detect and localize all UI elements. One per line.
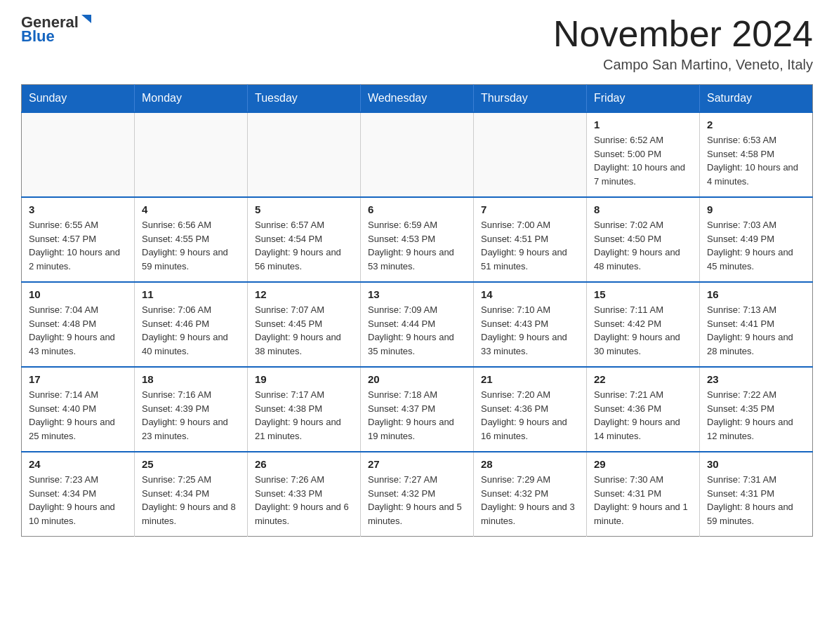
day-info: Sunrise: 6:59 AM Sunset: 4:53 PM Dayligh… bbox=[368, 218, 466, 273]
calendar-day-cell bbox=[361, 112, 474, 197]
day-of-week-header: Monday bbox=[135, 85, 248, 113]
day-info: Sunrise: 7:00 AM Sunset: 4:51 PM Dayligh… bbox=[481, 218, 579, 273]
day-number: 18 bbox=[142, 373, 240, 385]
day-of-week-header: Sunday bbox=[22, 85, 135, 113]
day-number: 28 bbox=[481, 458, 579, 470]
day-info: Sunrise: 7:02 AM Sunset: 4:50 PM Dayligh… bbox=[594, 218, 692, 273]
calendar-day-cell: 14Sunrise: 7:10 AM Sunset: 4:43 PM Dayli… bbox=[474, 282, 587, 367]
day-number: 8 bbox=[594, 203, 692, 215]
day-info: Sunrise: 7:03 AM Sunset: 4:49 PM Dayligh… bbox=[707, 218, 805, 273]
calendar-week-row: 3Sunrise: 6:55 AM Sunset: 4:57 PM Daylig… bbox=[22, 197, 813, 282]
day-of-week-header: Wednesday bbox=[361, 85, 474, 113]
calendar-week-row: 17Sunrise: 7:14 AM Sunset: 4:40 PM Dayli… bbox=[22, 367, 813, 452]
day-number: 11 bbox=[142, 288, 240, 300]
day-info: Sunrise: 7:23 AM Sunset: 4:34 PM Dayligh… bbox=[29, 473, 127, 528]
day-number: 1 bbox=[594, 119, 692, 130]
day-info: Sunrise: 7:18 AM Sunset: 4:37 PM Dayligh… bbox=[368, 388, 466, 443]
day-number: 2 bbox=[707, 119, 805, 130]
calendar-header-row: SundayMondayTuesdayWednesdayThursdayFrid… bbox=[22, 85, 813, 113]
day-info: Sunrise: 7:26 AM Sunset: 4:33 PM Dayligh… bbox=[255, 473, 353, 528]
day-info: Sunrise: 7:25 AM Sunset: 4:34 PM Dayligh… bbox=[142, 473, 240, 528]
calendar-day-cell: 7Sunrise: 7:00 AM Sunset: 4:51 PM Daylig… bbox=[474, 197, 587, 282]
calendar-day-cell: 17Sunrise: 7:14 AM Sunset: 4:40 PM Dayli… bbox=[22, 367, 135, 452]
page-header: General Blue November 2024 Campo San Mar… bbox=[21, 14, 813, 73]
day-info: Sunrise: 6:53 AM Sunset: 4:58 PM Dayligh… bbox=[707, 133, 805, 188]
calendar-day-cell bbox=[22, 112, 135, 197]
day-number: 6 bbox=[368, 203, 466, 215]
logo-blue: Blue bbox=[21, 27, 55, 45]
calendar-day-cell: 18Sunrise: 7:16 AM Sunset: 4:39 PM Dayli… bbox=[135, 367, 248, 452]
calendar-day-cell: 9Sunrise: 7:03 AM Sunset: 4:49 PM Daylig… bbox=[700, 197, 813, 282]
day-info: Sunrise: 7:09 AM Sunset: 4:44 PM Dayligh… bbox=[368, 303, 466, 358]
day-number: 5 bbox=[255, 203, 353, 215]
calendar-week-row: 10Sunrise: 7:04 AM Sunset: 4:48 PM Dayli… bbox=[22, 282, 813, 367]
day-of-week-header: Saturday bbox=[700, 85, 813, 113]
calendar-day-cell: 5Sunrise: 6:57 AM Sunset: 4:54 PM Daylig… bbox=[248, 197, 361, 282]
svg-marker-0 bbox=[81, 15, 91, 23]
calendar-day-cell: 29Sunrise: 7:30 AM Sunset: 4:31 PM Dayli… bbox=[587, 452, 700, 537]
day-of-week-header: Tuesday bbox=[248, 85, 361, 113]
calendar-day-cell: 30Sunrise: 7:31 AM Sunset: 4:31 PM Dayli… bbox=[700, 452, 813, 537]
logo-triangle-icon bbox=[79, 13, 91, 26]
day-info: Sunrise: 7:30 AM Sunset: 4:31 PM Dayligh… bbox=[594, 473, 692, 528]
calendar-day-cell: 28Sunrise: 7:29 AM Sunset: 4:32 PM Dayli… bbox=[474, 452, 587, 537]
day-number: 26 bbox=[255, 458, 353, 470]
location: Campo San Martino, Veneto, Italy bbox=[553, 57, 813, 73]
day-number: 7 bbox=[481, 203, 579, 215]
day-number: 22 bbox=[594, 373, 692, 385]
calendar-day-cell: 16Sunrise: 7:13 AM Sunset: 4:41 PM Dayli… bbox=[700, 282, 813, 367]
day-number: 19 bbox=[255, 373, 353, 385]
day-info: Sunrise: 7:29 AM Sunset: 4:32 PM Dayligh… bbox=[481, 473, 579, 528]
calendar-day-cell: 21Sunrise: 7:20 AM Sunset: 4:36 PM Dayli… bbox=[474, 367, 587, 452]
day-info: Sunrise: 6:55 AM Sunset: 4:57 PM Dayligh… bbox=[29, 218, 127, 273]
day-info: Sunrise: 7:27 AM Sunset: 4:32 PM Dayligh… bbox=[368, 473, 466, 528]
day-info: Sunrise: 7:13 AM Sunset: 4:41 PM Dayligh… bbox=[707, 303, 805, 358]
title-block: November 2024 Campo San Martino, Veneto,… bbox=[553, 14, 813, 73]
calendar-day-cell: 19Sunrise: 7:17 AM Sunset: 4:38 PM Dayli… bbox=[248, 367, 361, 452]
calendar-day-cell: 27Sunrise: 7:27 AM Sunset: 4:32 PM Dayli… bbox=[361, 452, 474, 537]
day-info: Sunrise: 7:16 AM Sunset: 4:39 PM Dayligh… bbox=[142, 388, 240, 443]
calendar-day-cell: 12Sunrise: 7:07 AM Sunset: 4:45 PM Dayli… bbox=[248, 282, 361, 367]
day-number: 12 bbox=[255, 288, 353, 300]
calendar-day-cell bbox=[135, 112, 248, 197]
day-number: 25 bbox=[142, 458, 240, 470]
calendar-week-row: 1Sunrise: 6:52 AM Sunset: 5:00 PM Daylig… bbox=[22, 112, 813, 197]
calendar-day-cell: 20Sunrise: 7:18 AM Sunset: 4:37 PM Dayli… bbox=[361, 367, 474, 452]
day-number: 24 bbox=[29, 458, 127, 470]
calendar-day-cell: 24Sunrise: 7:23 AM Sunset: 4:34 PM Dayli… bbox=[22, 452, 135, 537]
calendar-day-cell: 13Sunrise: 7:09 AM Sunset: 4:44 PM Dayli… bbox=[361, 282, 474, 367]
calendar-day-cell: 8Sunrise: 7:02 AM Sunset: 4:50 PM Daylig… bbox=[587, 197, 700, 282]
month-title: November 2024 bbox=[553, 14, 813, 54]
day-number: 23 bbox=[707, 373, 805, 385]
calendar-day-cell: 22Sunrise: 7:21 AM Sunset: 4:36 PM Dayli… bbox=[587, 367, 700, 452]
calendar-week-row: 24Sunrise: 7:23 AM Sunset: 4:34 PM Dayli… bbox=[22, 452, 813, 537]
day-info: Sunrise: 6:57 AM Sunset: 4:54 PM Dayligh… bbox=[255, 218, 353, 273]
day-info: Sunrise: 6:52 AM Sunset: 5:00 PM Dayligh… bbox=[594, 133, 692, 188]
calendar-day-cell: 15Sunrise: 7:11 AM Sunset: 4:42 PM Dayli… bbox=[587, 282, 700, 367]
day-number: 4 bbox=[142, 203, 240, 215]
day-info: Sunrise: 7:10 AM Sunset: 4:43 PM Dayligh… bbox=[481, 303, 579, 358]
day-number: 17 bbox=[29, 373, 127, 385]
calendar-day-cell: 11Sunrise: 7:06 AM Sunset: 4:46 PM Dayli… bbox=[135, 282, 248, 367]
calendar-day-cell: 4Sunrise: 6:56 AM Sunset: 4:55 PM Daylig… bbox=[135, 197, 248, 282]
day-number: 29 bbox=[594, 458, 692, 470]
day-number: 30 bbox=[707, 458, 805, 470]
day-info: Sunrise: 7:07 AM Sunset: 4:45 PM Dayligh… bbox=[255, 303, 353, 358]
calendar-table: SundayMondayTuesdayWednesdayThursdayFrid… bbox=[21, 84, 813, 537]
day-number: 21 bbox=[481, 373, 579, 385]
day-info: Sunrise: 7:04 AM Sunset: 4:48 PM Dayligh… bbox=[29, 303, 127, 358]
day-number: 27 bbox=[368, 458, 466, 470]
day-number: 3 bbox=[29, 203, 127, 215]
day-of-week-header: Thursday bbox=[474, 85, 587, 113]
day-info: Sunrise: 7:06 AM Sunset: 4:46 PM Dayligh… bbox=[142, 303, 240, 358]
day-number: 16 bbox=[707, 288, 805, 300]
day-number: 15 bbox=[594, 288, 692, 300]
calendar-day-cell bbox=[248, 112, 361, 197]
calendar-day-cell: 6Sunrise: 6:59 AM Sunset: 4:53 PM Daylig… bbox=[361, 197, 474, 282]
calendar-day-cell: 10Sunrise: 7:04 AM Sunset: 4:48 PM Dayli… bbox=[22, 282, 135, 367]
day-info: Sunrise: 7:20 AM Sunset: 4:36 PM Dayligh… bbox=[481, 388, 579, 443]
day-info: Sunrise: 7:17 AM Sunset: 4:38 PM Dayligh… bbox=[255, 388, 353, 443]
day-number: 9 bbox=[707, 203, 805, 215]
calendar-day-cell: 2Sunrise: 6:53 AM Sunset: 4:58 PM Daylig… bbox=[700, 112, 813, 197]
day-info: Sunrise: 7:21 AM Sunset: 4:36 PM Dayligh… bbox=[594, 388, 692, 443]
